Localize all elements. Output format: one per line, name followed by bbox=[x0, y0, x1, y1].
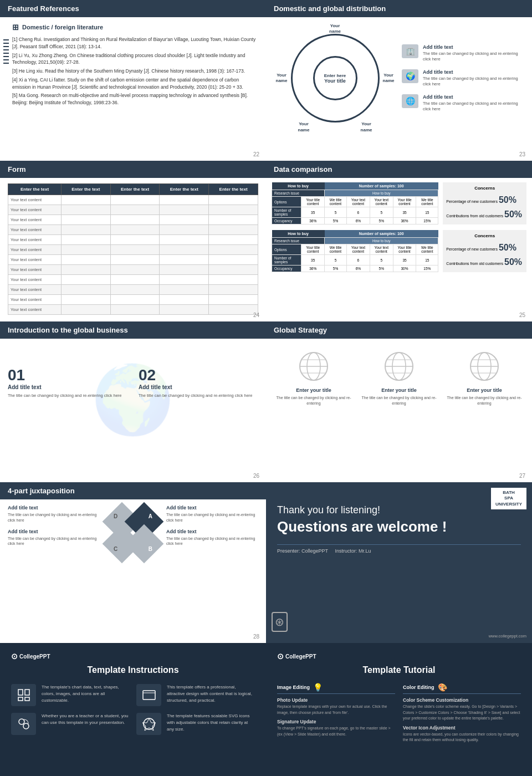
ref-item: [5] Ma Gong. Research on multi-objective… bbox=[12, 92, 258, 106]
collegeppt-header-30: ⊙ CollegePPT bbox=[11, 652, 255, 661]
concerns-line-2a: Percentage of new customers 50% bbox=[446, 241, 523, 255]
circle-outer: Yourname Yourname Yourname Yourname Your… bbox=[291, 34, 380, 122]
form-cell bbox=[110, 305, 160, 315]
slide-number-25: 25 bbox=[519, 312, 525, 318]
slide-22-title: Featured References bbox=[8, 4, 79, 13]
form-cell bbox=[61, 275, 110, 285]
col5: Your title content bbox=[393, 197, 416, 207]
form-cell bbox=[110, 275, 160, 285]
slide-28: 4-part juxtaposition Add title text The … bbox=[0, 482, 266, 643]
dist-text-2: Add title text The title can be changed … bbox=[423, 69, 524, 88]
research-label: Research issue bbox=[272, 190, 325, 197]
svg-rect-16 bbox=[25, 690, 29, 695]
juxt-desc-c: The title can be changed by clicking and… bbox=[8, 536, 100, 547]
instr-desc-1: The template's chart data, text, shapes,… bbox=[42, 684, 130, 704]
juxt-title-d: Add title text bbox=[8, 505, 100, 510]
layers-icon: ⊛ bbox=[272, 612, 288, 632]
form-cell bbox=[61, 295, 110, 305]
slide-number-22: 22 bbox=[253, 151, 259, 157]
form-cell: Your text content bbox=[8, 285, 62, 295]
biz-desc-1: The title can be changed by clicking and… bbox=[8, 392, 127, 399]
col6: We title content bbox=[416, 197, 438, 207]
biz-num-2: 02 bbox=[139, 366, 258, 384]
instructions-grid: The template's chart data, text, shapes,… bbox=[11, 684, 255, 735]
slide-25-content: How to buy Number of samples: 100 Resear… bbox=[266, 178, 532, 282]
form-cell: Your text content bbox=[8, 205, 62, 215]
ref-item: [3] He Ling xiu. Read the history of the… bbox=[12, 68, 258, 75]
vector-title: Vector Icon Adjustment bbox=[403, 725, 521, 731]
biz-title-1: Add title text bbox=[8, 384, 127, 390]
dist-item-3: 🌐 Add title text The title can be change… bbox=[402, 94, 524, 113]
lightbulb-icon: 💡 bbox=[313, 683, 323, 692]
form-header: Enter the text bbox=[61, 184, 110, 195]
slide-25-header: Data comparison bbox=[266, 161, 532, 178]
form-cell bbox=[61, 225, 110, 235]
form-cell bbox=[160, 245, 209, 255]
form-header: Enter the text bbox=[209, 184, 258, 195]
instructions-title: Template Instructions bbox=[11, 665, 255, 675]
biz-item-2: 02 Add title text The title can be chang… bbox=[139, 366, 258, 399]
instructor-label: Instructor: bbox=[335, 548, 357, 554]
table2-samples: Number of samples: 100 bbox=[325, 230, 438, 238]
research-label-2: Research issue bbox=[272, 238, 325, 244]
collegeppt-header-31: ⊙ CollegePPT bbox=[277, 652, 521, 661]
instr-item-4: The template features scalable SVG icons… bbox=[136, 713, 255, 735]
form-cell: Your text content bbox=[8, 225, 62, 235]
concerns-title-2: Concerns bbox=[446, 233, 523, 238]
color-editing-section: Color Editing 🎨 Color Scheme Customizati… bbox=[403, 683, 521, 747]
slide-28-header: 4-part juxtaposition bbox=[0, 482, 266, 499]
slide-number-28: 28 bbox=[253, 634, 259, 640]
slide-number-27: 27 bbox=[519, 473, 525, 479]
dist-title-1: Add title text bbox=[423, 44, 524, 50]
img-section-title: Image Editing bbox=[277, 685, 310, 690]
label-top: Yourname bbox=[329, 23, 341, 35]
form-cell bbox=[209, 215, 258, 225]
svg-point-21 bbox=[19, 719, 24, 724]
juxt-item-a: Add title text The title can be changed … bbox=[166, 505, 258, 523]
slide-27-title: Global Strategy bbox=[274, 326, 327, 334]
label-bottom-right: Yourname bbox=[361, 121, 372, 133]
biz-num-1: 01 bbox=[8, 366, 127, 384]
juxt-title-a: Add title text bbox=[166, 505, 258, 510]
form-cell: Your text content bbox=[8, 195, 62, 205]
form-cell bbox=[209, 195, 258, 205]
logo-icon-31: ⊙ bbox=[277, 652, 284, 661]
thank-you-section: Thank you for listening! Questions are w… bbox=[277, 504, 521, 554]
slide-29-content: BATH SPA UNIVERSITY Thank you for listen… bbox=[266, 482, 532, 643]
scheme-title: Color Scheme Customization bbox=[403, 697, 521, 703]
dist-title-3: Add title text bbox=[423, 94, 524, 100]
slide-25-title: Data comparison bbox=[274, 165, 332, 173]
slide-27-header: Global Strategy bbox=[266, 321, 532, 339]
sidebar-decoration bbox=[3, 39, 9, 66]
juxt-title-c: Add title text bbox=[8, 529, 100, 534]
university-logo: BATH SPA UNIVERSITY bbox=[491, 488, 526, 509]
tutorial-title: Template Tutorial bbox=[277, 665, 521, 675]
strategy-desc-2: The title can be changed by clicking and… bbox=[359, 395, 439, 406]
image-editing-title: Image Editing 💡 bbox=[277, 683, 395, 694]
table2-header: How to buy bbox=[272, 230, 325, 238]
diamond-label-b: B bbox=[149, 546, 152, 552]
form-cell bbox=[110, 255, 160, 265]
table1-header: How to buy bbox=[272, 182, 325, 190]
dist-desc-3: The title can be changed by clicking and… bbox=[423, 101, 524, 113]
form-cell bbox=[160, 275, 209, 285]
data-table-1: How to buy Number of samples: 100 Resear… bbox=[272, 182, 438, 224]
logo-text-31: CollegePPT bbox=[285, 654, 316, 660]
photo-update-desc: Replace template images with your own fo… bbox=[277, 704, 395, 716]
form-cell bbox=[110, 295, 160, 305]
form-cell bbox=[61, 215, 110, 225]
instr-text-4: The template features scalable SVG icons… bbox=[167, 713, 255, 734]
questions-text: Questions are welcome ! bbox=[277, 518, 521, 535]
label-right: Yourname bbox=[383, 73, 395, 84]
vector-desc: Icons are vector-based, you can customiz… bbox=[403, 732, 521, 743]
instr-desc-3: Whether you are a teacher or a student, … bbox=[42, 713, 130, 726]
form-header: Enter the text bbox=[8, 184, 62, 195]
enter-here: Enter here bbox=[324, 73, 346, 78]
form-cell bbox=[160, 235, 209, 245]
juxt-item-c: Add title text The title can be changed … bbox=[8, 529, 100, 547]
instr-icon-1 bbox=[11, 684, 36, 706]
instr-item-3: Whether you are a teacher or a student, … bbox=[11, 713, 130, 735]
form-cell bbox=[209, 295, 258, 305]
instr-icon-4 bbox=[136, 713, 161, 735]
image-editing-section: Image Editing 💡 Photo Update Replace tem… bbox=[277, 683, 395, 747]
